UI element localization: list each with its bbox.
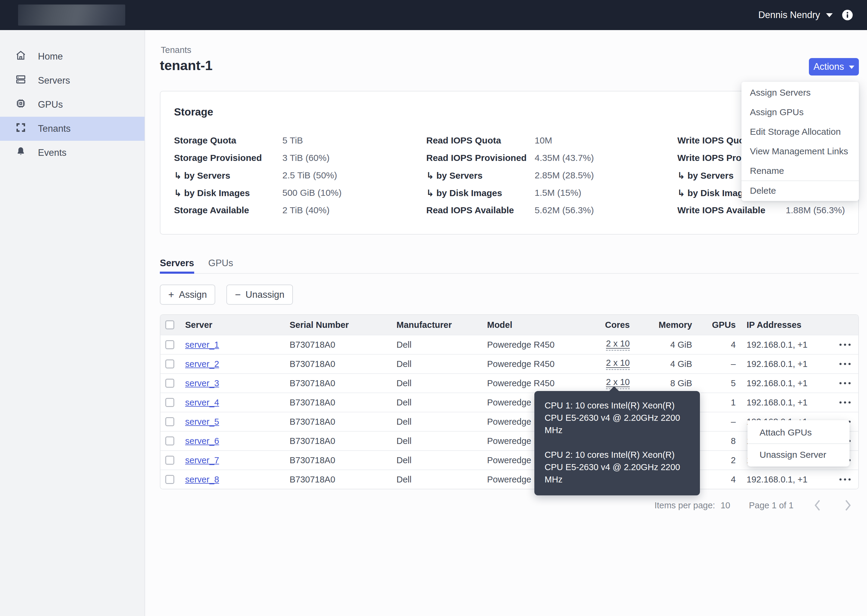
actions-menu-item-label: Delete — [750, 185, 776, 196]
unassign-button-label: Unassign — [246, 289, 284, 300]
storage-stat-value: 1.88M (56.3%) — [786, 205, 845, 215]
server-link[interactable]: server_8 — [185, 475, 219, 484]
server-link[interactable]: server_4 — [185, 398, 219, 407]
server-link[interactable]: server_1 — [185, 340, 219, 349]
storage-stat-label: ↳ by Disk Images — [426, 188, 534, 198]
cores-cell[interactable]: 2 x 10 — [606, 339, 630, 351]
row-context-menu: Attach GPUsUnassign Server — [747, 420, 850, 467]
sidebar-item-events[interactable]: Events — [0, 141, 145, 165]
column-header-manufacturer: Manufacturer — [392, 320, 482, 330]
row-kebab-menu[interactable] — [831, 362, 858, 366]
storage-stat-label: Read IOPS Quota — [426, 135, 534, 146]
sidebar-item-tenants[interactable]: Tenants — [0, 117, 145, 141]
tab-gpus[interactable]: GPUs — [208, 253, 233, 274]
page-title: tenant-1 — [160, 58, 213, 73]
actions-menu-item[interactable]: Edit Storage Allocation — [741, 122, 859, 141]
items-per-page-select[interactable]: 10 — [720, 501, 730, 511]
storage-stat-label: ↳ by Disk Images — [174, 188, 282, 198]
row-kebab-menu[interactable] — [831, 381, 858, 385]
row-kebab-menu[interactable] — [831, 401, 858, 404]
sidebar-item-home[interactable]: Home — [0, 44, 145, 69]
home-icon — [15, 50, 27, 63]
storage-stat-label: Read IOPS Provisioned — [426, 153, 534, 163]
model-cell: Poweredge R450 — [482, 379, 582, 388]
storage-stat-value: 5 TiB — [282, 135, 303, 146]
actions-menu-item[interactable]: Assign GPUs — [741, 102, 859, 122]
server-link[interactable]: server_7 — [185, 456, 219, 465]
row-checkbox[interactable] — [165, 379, 174, 388]
sidebar-item-label: Servers — [38, 75, 70, 86]
read-iops-column: Read IOPS Quota 10M Read IOPS Provisione… — [426, 132, 667, 219]
column-header-cores: Cores — [582, 320, 631, 330]
column-header-server: Server — [181, 320, 285, 330]
storage-stat-row: Read IOPS Available 5.62M (56.3%) — [426, 201, 667, 219]
row-kebab-menu[interactable] — [831, 343, 858, 347]
table-row: server_1 B730718A0 Dell Poweredge R450 2… — [161, 335, 858, 354]
serial-cell: B730718A0 — [285, 436, 392, 446]
row-checkbox[interactable] — [165, 398, 174, 407]
sidebar-item-gpus[interactable]: GPUs — [0, 93, 145, 117]
manufacturer-cell: Dell — [392, 398, 482, 407]
server-link[interactable]: server_2 — [185, 359, 219, 369]
tenants-corners-icon — [15, 122, 27, 136]
actions-button[interactable]: Actions — [809, 58, 859, 75]
page-info: Page 1 of 1 — [749, 501, 793, 511]
select-all-checkbox[interactable] — [165, 321, 174, 329]
row-menu-item-label: Attach GPUs — [760, 427, 812, 438]
row-checkbox[interactable] — [165, 340, 174, 349]
storage-stat-value: 10M — [534, 135, 552, 146]
table-row: server_4 B730718A0 Dell Poweredge R450 2… — [161, 393, 858, 412]
row-checkbox[interactable] — [165, 456, 174, 465]
bell-icon — [15, 146, 27, 160]
storage-stat-row: Storage Available 2 TiB (40%) — [174, 201, 415, 219]
user-menu[interactable]: Dennis Nendry — [758, 0, 854, 30]
storage-stat-row: Read IOPS Quota 10M — [426, 132, 667, 149]
ip-cell: 192.168.0.1, +1 — [737, 340, 831, 350]
user-name[interactable]: Dennis Nendry — [758, 9, 820, 20]
row-menu-item[interactable]: Attach GPUs — [747, 421, 850, 443]
sidebar-item-servers[interactable]: Servers — [0, 69, 145, 93]
row-menu-item[interactable]: Unassign Server — [747, 443, 850, 465]
cores-cell[interactable]: 2 x 10 — [606, 358, 630, 370]
serial-cell: B730718A0 — [285, 398, 392, 407]
actions-menu-item[interactable]: Rename — [741, 161, 859, 181]
info-icon[interactable] — [841, 9, 854, 21]
row-checkbox[interactable] — [165, 417, 174, 426]
tab-servers[interactable]: Servers — [160, 253, 194, 274]
row-checkbox[interactable] — [165, 360, 174, 368]
unassign-button[interactable]: − Unassign — [226, 284, 293, 305]
assign-button[interactable]: + Assign — [160, 284, 215, 305]
serial-cell: B730718A0 — [285, 340, 392, 350]
next-page-icon[interactable] — [842, 498, 853, 512]
actions-menu-item[interactable]: Delete — [741, 181, 859, 200]
previous-page-icon[interactable] — [813, 498, 823, 512]
actions-menu-item[interactable]: View Management Links — [741, 141, 859, 161]
plus-icon: + — [168, 289, 174, 300]
storage-stat-label: Storage Available — [174, 205, 282, 215]
actions-button-label: Actions — [813, 61, 844, 72]
cpu-tooltip-line: CPU 2: 10 cores Intel(R) Xeon(R) CPU E5-… — [545, 449, 690, 486]
storage-stat-value: 4.35M (43.7%) — [534, 153, 594, 163]
row-checkbox[interactable] — [165, 475, 174, 484]
actions-menu-item[interactable]: Assign Servers — [741, 83, 859, 102]
storage-stat-row: Storage Provisioned 3 TiB (60%) — [174, 149, 415, 167]
gpu-chip-icon — [15, 98, 27, 112]
tab-bar: Servers GPUs — [160, 253, 859, 274]
memory-cell: 4 GiB — [631, 340, 693, 350]
server-link[interactable]: server_3 — [185, 379, 219, 388]
serial-cell: B730718A0 — [285, 417, 392, 427]
top-bar: Dennis Nendry — [0, 0, 867, 30]
actions-dropdown-menu: Assign ServersAssign GPUsEdit Storage Al… — [741, 82, 859, 201]
breadcrumb[interactable]: Tenants — [161, 45, 191, 55]
gpus-cell: 5 — [693, 379, 737, 388]
server-link[interactable]: server_5 — [185, 417, 219, 426]
memory-cell: 8 GiB — [631, 379, 693, 388]
row-kebab-menu[interactable] — [831, 478, 858, 481]
row-checkbox[interactable] — [165, 437, 174, 445]
server-link[interactable]: server_6 — [185, 436, 219, 446]
serial-cell: B730718A0 — [285, 379, 392, 388]
column-header-ip: IP Addresses — [737, 320, 831, 330]
storage-stat-value: 3 TiB (60%) — [282, 153, 329, 163]
ip-cell: 192.168.0.1, +1 — [737, 379, 831, 388]
storage-stat-label: Storage Provisioned — [174, 153, 282, 163]
